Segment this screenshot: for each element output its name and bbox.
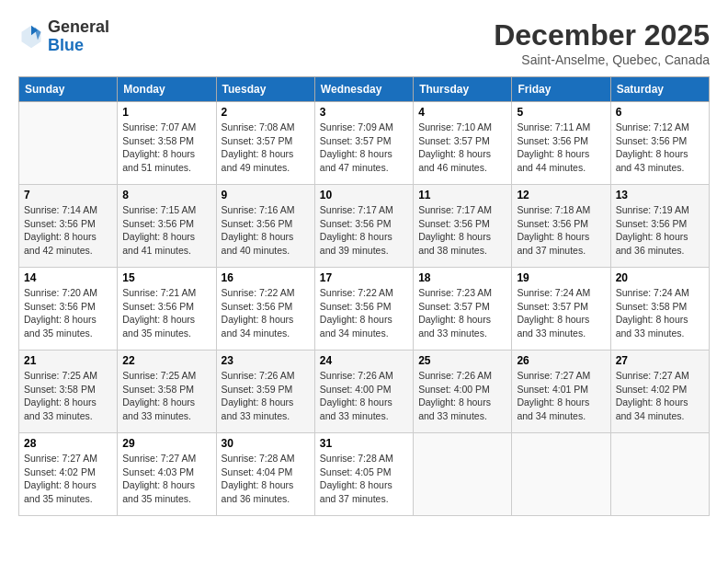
day-info: Sunrise: 7:26 AMSunset: 4:00 PMDaylight:… bbox=[320, 369, 408, 423]
day-number: 24 bbox=[320, 354, 408, 367]
day-number: 11 bbox=[418, 189, 506, 201]
day-info: Sunrise: 7:27 AMSunset: 4:03 PMDaylight:… bbox=[122, 452, 210, 506]
day-info: Sunrise: 7:21 AMSunset: 3:56 PMDaylight:… bbox=[122, 286, 210, 340]
day-number: 4 bbox=[418, 106, 506, 119]
day-number: 2 bbox=[222, 106, 310, 119]
day-number: 16 bbox=[222, 271, 310, 284]
day-number: 30 bbox=[222, 437, 310, 450]
day-info: Sunrise: 7:26 AMSunset: 4:00 PMDaylight:… bbox=[418, 369, 506, 423]
calendar-table: SundayMondayTuesdayWednesdayThursdayFrid… bbox=[18, 76, 710, 516]
calendar-cell bbox=[512, 433, 610, 516]
day-number: 14 bbox=[24, 271, 112, 284]
day-number: 13 bbox=[616, 189, 704, 201]
calendar-cell: 19Sunrise: 7:24 AMSunset: 3:57 PMDayligh… bbox=[512, 268, 610, 350]
calendar-cell: 11Sunrise: 7:17 AMSunset: 3:56 PMDayligh… bbox=[414, 185, 512, 268]
day-info: Sunrise: 7:25 AMSunset: 3:58 PMDaylight:… bbox=[24, 369, 112, 423]
day-info: Sunrise: 7:17 AMSunset: 3:56 PMDaylight:… bbox=[320, 203, 408, 258]
day-number: 1 bbox=[122, 106, 210, 119]
calendar-cell: 21Sunrise: 7:25 AMSunset: 3:58 PMDayligh… bbox=[19, 350, 118, 433]
day-number: 18 bbox=[418, 271, 506, 284]
day-info: Sunrise: 7:25 AMSunset: 3:58 PMDaylight:… bbox=[122, 369, 210, 423]
day-info: Sunrise: 7:24 AMSunset: 3:58 PMDaylight:… bbox=[616, 286, 704, 340]
calendar-cell: 22Sunrise: 7:25 AMSunset: 3:58 PMDayligh… bbox=[118, 350, 216, 433]
day-info: Sunrise: 7:27 AMSunset: 4:02 PMDaylight:… bbox=[616, 369, 704, 423]
calendar-cell: 20Sunrise: 7:24 AMSunset: 3:58 PMDayligh… bbox=[610, 268, 709, 350]
day-info: Sunrise: 7:28 AMSunset: 4:04 PMDaylight:… bbox=[222, 452, 310, 506]
week-row-4: 21Sunrise: 7:25 AMSunset: 3:58 PMDayligh… bbox=[19, 350, 710, 433]
week-row-5: 28Sunrise: 7:27 AMSunset: 4:02 PMDayligh… bbox=[19, 433, 710, 516]
week-row-1: 1Sunrise: 7:07 AMSunset: 3:58 PMDaylight… bbox=[19, 102, 710, 185]
calendar-cell bbox=[414, 433, 512, 516]
day-info: Sunrise: 7:12 AMSunset: 3:56 PMDaylight:… bbox=[616, 121, 704, 175]
day-number: 31 bbox=[320, 437, 408, 450]
logo-blue-text: Blue bbox=[48, 37, 109, 55]
calendar-cell: 2Sunrise: 7:08 AMSunset: 3:57 PMDaylight… bbox=[216, 102, 314, 185]
calendar-cell bbox=[610, 433, 709, 516]
day-number: 7 bbox=[24, 189, 112, 201]
calendar-cell: 26Sunrise: 7:27 AMSunset: 4:01 PMDayligh… bbox=[512, 350, 610, 433]
day-info: Sunrise: 7:26 AMSunset: 3:59 PMDaylight:… bbox=[222, 369, 310, 423]
weekday-header-saturday: Saturday bbox=[610, 77, 709, 102]
day-number: 6 bbox=[616, 106, 704, 119]
day-info: Sunrise: 7:11 AMSunset: 3:56 PMDaylight:… bbox=[517, 121, 605, 175]
calendar-cell: 8Sunrise: 7:15 AMSunset: 3:56 PMDaylight… bbox=[118, 185, 216, 268]
weekday-header-monday: Monday bbox=[118, 77, 216, 102]
day-info: Sunrise: 7:28 AMSunset: 4:05 PMDaylight:… bbox=[320, 452, 408, 506]
calendar-cell: 9Sunrise: 7:16 AMSunset: 3:56 PMDaylight… bbox=[216, 185, 314, 268]
day-info: Sunrise: 7:27 AMSunset: 4:01 PMDaylight:… bbox=[517, 369, 605, 423]
day-info: Sunrise: 7:17 AMSunset: 3:56 PMDaylight:… bbox=[418, 203, 506, 258]
header: General Blue December 2025 Saint-Anselme… bbox=[18, 18, 710, 67]
day-number: 9 bbox=[222, 189, 310, 201]
weekday-header-wednesday: Wednesday bbox=[314, 77, 413, 102]
logo: General Blue bbox=[18, 18, 109, 55]
day-info: Sunrise: 7:22 AMSunset: 3:56 PMDaylight:… bbox=[222, 286, 310, 340]
day-number: 17 bbox=[320, 271, 408, 284]
weekday-header-sunday: Sunday bbox=[19, 77, 118, 102]
calendar-cell: 28Sunrise: 7:27 AMSunset: 4:02 PMDayligh… bbox=[19, 433, 118, 516]
calendar-cell: 16Sunrise: 7:22 AMSunset: 3:56 PMDayligh… bbox=[216, 268, 314, 350]
day-number: 3 bbox=[320, 106, 408, 119]
day-info: Sunrise: 7:27 AMSunset: 4:02 PMDaylight:… bbox=[24, 452, 112, 506]
month-title: December 2025 bbox=[494, 18, 710, 52]
day-number: 22 bbox=[122, 354, 210, 367]
calendar-cell: 25Sunrise: 7:26 AMSunset: 4:00 PMDayligh… bbox=[414, 350, 512, 433]
calendar-cell: 4Sunrise: 7:10 AMSunset: 3:57 PMDaylight… bbox=[414, 102, 512, 185]
weekday-header-tuesday: Tuesday bbox=[216, 77, 314, 102]
calendar-cell: 14Sunrise: 7:20 AMSunset: 3:56 PMDayligh… bbox=[19, 268, 118, 350]
day-number: 12 bbox=[517, 189, 605, 201]
day-number: 28 bbox=[24, 437, 112, 450]
day-info: Sunrise: 7:23 AMSunset: 3:57 PMDaylight:… bbox=[418, 286, 506, 340]
day-info: Sunrise: 7:24 AMSunset: 3:57 PMDaylight:… bbox=[517, 286, 605, 340]
day-info: Sunrise: 7:16 AMSunset: 3:56 PMDaylight:… bbox=[222, 203, 310, 258]
weekday-header-row: SundayMondayTuesdayWednesdayThursdayFrid… bbox=[19, 77, 710, 102]
day-number: 8 bbox=[122, 189, 210, 201]
day-info: Sunrise: 7:15 AMSunset: 3:56 PMDaylight:… bbox=[122, 203, 210, 258]
day-number: 27 bbox=[616, 354, 704, 367]
day-info: Sunrise: 7:08 AMSunset: 3:57 PMDaylight:… bbox=[222, 121, 310, 175]
calendar-cell: 1Sunrise: 7:07 AMSunset: 3:58 PMDaylight… bbox=[118, 102, 216, 185]
calendar-cell: 12Sunrise: 7:18 AMSunset: 3:56 PMDayligh… bbox=[512, 185, 610, 268]
week-row-2: 7Sunrise: 7:14 AMSunset: 3:56 PMDaylight… bbox=[19, 185, 710, 268]
day-info: Sunrise: 7:14 AMSunset: 3:56 PMDaylight:… bbox=[24, 203, 112, 258]
day-number: 29 bbox=[122, 437, 210, 450]
calendar-cell: 13Sunrise: 7:19 AMSunset: 3:56 PMDayligh… bbox=[610, 185, 709, 268]
day-number: 15 bbox=[122, 271, 210, 284]
calendar-cell: 5Sunrise: 7:11 AMSunset: 3:56 PMDaylight… bbox=[512, 102, 610, 185]
week-row-3: 14Sunrise: 7:20 AMSunset: 3:56 PMDayligh… bbox=[19, 268, 710, 350]
calendar-cell: 31Sunrise: 7:28 AMSunset: 4:05 PMDayligh… bbox=[314, 433, 413, 516]
calendar-cell: 29Sunrise: 7:27 AMSunset: 4:03 PMDayligh… bbox=[118, 433, 216, 516]
day-number: 26 bbox=[517, 354, 605, 367]
day-info: Sunrise: 7:10 AMSunset: 3:57 PMDaylight:… bbox=[418, 121, 506, 175]
day-info: Sunrise: 7:09 AMSunset: 3:57 PMDaylight:… bbox=[320, 121, 408, 175]
day-number: 10 bbox=[320, 189, 408, 201]
calendar-cell: 30Sunrise: 7:28 AMSunset: 4:04 PMDayligh… bbox=[216, 433, 314, 516]
day-number: 5 bbox=[517, 106, 605, 119]
calendar-cell: 18Sunrise: 7:23 AMSunset: 3:57 PMDayligh… bbox=[414, 268, 512, 350]
calendar-cell: 27Sunrise: 7:27 AMSunset: 4:02 PMDayligh… bbox=[610, 350, 709, 433]
day-number: 21 bbox=[24, 354, 112, 367]
logo-icon bbox=[18, 24, 44, 50]
day-number: 19 bbox=[517, 271, 605, 284]
calendar-cell: 23Sunrise: 7:26 AMSunset: 3:59 PMDayligh… bbox=[216, 350, 314, 433]
weekday-header-friday: Friday bbox=[512, 77, 610, 102]
calendar-cell: 3Sunrise: 7:09 AMSunset: 3:57 PMDaylight… bbox=[314, 102, 413, 185]
